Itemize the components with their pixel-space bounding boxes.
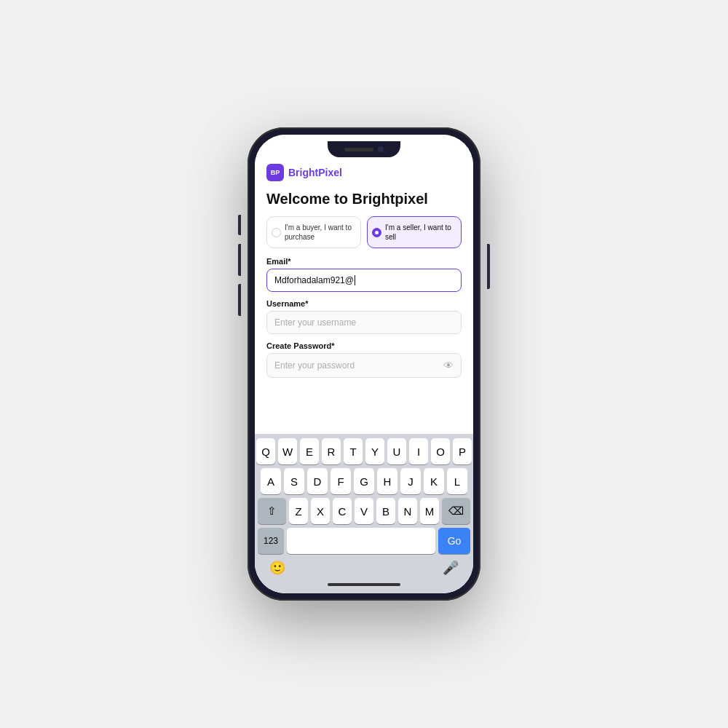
password-placeholder: Enter your password [274, 360, 355, 371]
seller-option[interactable]: I'm a seller, I want to sell [367, 216, 462, 248]
volume-up-button [238, 244, 241, 276]
speaker [344, 148, 373, 151]
role-selector: I'm a buyer, I want to purchase I'm a se… [266, 216, 462, 248]
key-X[interactable]: X [311, 498, 330, 524]
keyboard-icon-row: 🙂 🎤 [258, 557, 470, 580]
app-title: BrightPixel [288, 167, 342, 178]
eye-icon[interactable]: 👁​ [443, 360, 454, 371]
key-O[interactable]: O [431, 438, 450, 464]
camera [378, 146, 384, 152]
app-content: BP BrightPixel Welcome to Brightpixel I'… [255, 158, 473, 593]
home-indicator [258, 580, 470, 592]
notch [328, 141, 400, 157]
key-T[interactable]: T [344, 438, 363, 464]
delete-key[interactable]: ⌫ [442, 498, 470, 524]
spacebar[interactable] [287, 528, 435, 554]
shift-key[interactable]: ⇧ [258, 498, 286, 524]
key-C[interactable]: C [333, 498, 352, 524]
key-E[interactable]: E [300, 438, 319, 464]
form-area: Welcome to Brightpixel I'm a buyer, I wa… [255, 187, 473, 434]
seller-radio [372, 228, 381, 237]
mute-button [238, 215, 241, 235]
phone-screen: BP BrightPixel Welcome to Brightpixel I'… [255, 135, 473, 593]
username-input[interactable]: Enter your username [266, 311, 462, 334]
buyer-option[interactable]: I'm a buyer, I want to purchase [266, 216, 361, 248]
home-bar [328, 583, 400, 586]
email-input[interactable]: Mdforhadalam921@ [266, 269, 462, 292]
key-W[interactable]: W [278, 438, 297, 464]
key-H[interactable]: H [377, 468, 397, 494]
key-L[interactable]: L [447, 468, 467, 494]
keyboard-bottom-row: 123 Go [258, 528, 470, 554]
key-I[interactable]: I [409, 438, 428, 464]
keyboard: Q W E R T Y U I O P A S D F G [255, 434, 473, 593]
mic-icon[interactable]: 🎤 [443, 560, 459, 576]
key-U[interactable]: U [387, 438, 406, 464]
key-Y[interactable]: Y [365, 438, 384, 464]
num-key[interactable]: 123 [258, 528, 284, 554]
key-A[interactable]: A [261, 468, 281, 494]
key-B[interactable]: B [376, 498, 395, 524]
cursor [355, 275, 356, 285]
buyer-radio [272, 228, 281, 237]
keyboard-row-2: A S D F G H J K L [258, 468, 470, 494]
key-S[interactable]: S [284, 468, 304, 494]
keyboard-row-3: ⇧ Z X C V B N M ⌫ [258, 498, 470, 524]
emoji-icon[interactable]: 🙂 [269, 560, 285, 576]
email-value: Mdforhadalam921@ [274, 275, 354, 285]
key-D[interactable]: D [307, 468, 328, 494]
key-Z[interactable]: Z [289, 498, 308, 524]
key-P[interactable]: P [453, 438, 472, 464]
key-F[interactable]: F [331, 468, 351, 494]
key-Q[interactable]: Q [256, 438, 275, 464]
seller-label: I'm a seller, I want to sell [385, 223, 456, 242]
username-placeholder: Enter your username [274, 317, 356, 328]
password-input[interactable]: Enter your password 👁​ [266, 353, 462, 378]
app-logo: BP [266, 164, 284, 181]
phone-frame: BP BrightPixel Welcome to Brightpixel I'… [248, 127, 480, 601]
username-label: Username* [266, 299, 462, 308]
key-J[interactable]: J [400, 468, 421, 494]
app-header: BP BrightPixel [255, 158, 473, 187]
keyboard-row-1: Q W E R T Y U I O P [258, 438, 470, 464]
notch-bar [255, 135, 473, 158]
key-G[interactable]: G [354, 468, 374, 494]
key-N[interactable]: N [398, 498, 417, 524]
key-M[interactable]: M [420, 498, 439, 524]
go-button[interactable]: Go [438, 528, 470, 554]
welcome-title: Welcome to Brightpixel [266, 190, 462, 207]
email-label: Email* [266, 257, 462, 266]
password-label: Create Password* [266, 341, 462, 350]
volume-down-button [238, 284, 241, 316]
key-K[interactable]: K [424, 468, 444, 494]
key-R[interactable]: R [322, 438, 341, 464]
key-V[interactable]: V [355, 498, 373, 524]
power-button [487, 244, 490, 289]
buyer-label: I'm a buyer, I want to purchase [285, 223, 356, 242]
